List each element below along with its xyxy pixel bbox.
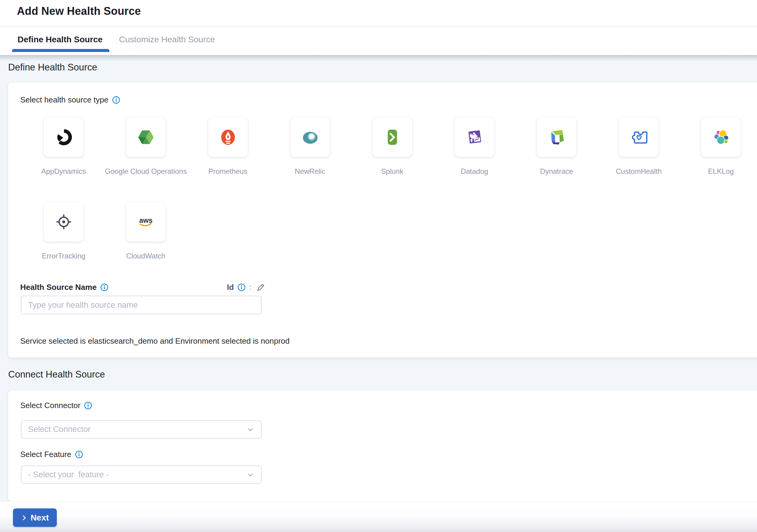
health-source-name-input[interactable] [21,296,261,314]
info-icon[interactable] [75,451,83,458]
define-section-heading: Define Health Source [8,62,97,73]
drawer-header: Add New Health Source [0,0,757,27]
chevron-down-icon [247,425,254,433]
edit-id-pencil-icon[interactable] [256,283,265,292]
source-type-label: Select health source type [20,95,108,105]
connector-select[interactable]: Select Connector [21,420,261,439]
source-tile-splunk[interactable]: Splunk [373,117,412,175]
source-tile-google-cloud-operations[interactable]: Google Cloud Operations [126,117,166,175]
id-label: Id [227,283,234,292]
info-icon[interactable] [237,283,246,291]
define-health-source-card: Select health source type AppDynamics [8,82,757,358]
source-tile-elklog[interactable]: ELKLog [701,117,741,175]
source-tile-customhealth[interactable]: CustomHealth [619,117,658,175]
chevron-right-icon [21,515,27,521]
health-source-name-label-row: Health Source Name [20,283,108,292]
tab-customize-health-source[interactable]: Customize Health Source [113,27,220,52]
connector-select-placeholder: Select Connector [21,425,247,434]
next-button-label: Next [31,513,49,523]
source-tile-cloudwatch[interactable]: aws CloudWatch [126,202,166,260]
source-tile-prometheus[interactable]: Prometheus [208,117,248,175]
info-icon[interactable] [100,283,108,291]
appdynamics-icon [53,126,75,148]
splunk-icon [381,126,403,148]
dynatrace-icon [546,126,568,148]
cloudwatch-aws-icon: aws [135,211,157,233]
drawer-footer: Next [0,501,757,532]
tabbar-shadow [0,55,757,61]
tab-bar: Define Health Source Customize Health So… [0,27,757,55]
info-icon[interactable] [112,96,120,104]
customhealth-icon [628,126,650,148]
connect-section-heading: Connect Health Source [8,369,105,380]
datadog-icon [464,126,485,148]
source-tile-datadog[interactable]: Datadog [455,117,494,175]
select-feature-label-row: Select Feature [20,450,83,459]
select-connector-label: Select Connector [20,401,80,410]
google-cloud-operations-icon [135,126,157,148]
source-type-label-row: Select health source type [20,95,120,105]
page-title: Add New Health Source [17,5,141,17]
tab-define-health-source[interactable]: Define Health Source [12,27,108,52]
select-feature-label: Select Feature [20,450,71,459]
source-tile-newrelic[interactable]: NewRelic [290,117,330,175]
chevron-down-icon [247,471,254,479]
add-health-source-drawer: Add New Health Source Define Health Sour… [0,0,757,532]
source-tile-errortracking[interactable]: ErrorTracking [44,202,83,260]
source-tile-appdynamics[interactable]: AppDynamics [44,117,83,175]
errortracking-icon [53,211,75,233]
source-type-row-2: ErrorTracking aws CloudWatch [44,202,166,260]
source-tile-dynatrace[interactable]: Dynatrace [537,117,576,175]
drawer-content: Define Health Source Select health sourc… [0,55,757,501]
newrelic-icon [299,126,321,148]
info-icon[interactable] [84,401,92,410]
select-connector-label-row: Select Connector [20,401,92,410]
health-source-name-label: Health Source Name [20,283,97,292]
service-environment-note: Service selected is elasticsearch_demo a… [20,336,290,346]
elklog-icon [710,126,732,148]
id-separator: : [249,283,251,292]
feature-select[interactable]: - Select your feature - [21,465,261,484]
feature-select-placeholder: - Select your feature - [21,470,247,480]
next-button[interactable]: Next [13,509,57,527]
source-type-row-1: AppDynamics Google Cloud Operations [44,117,741,175]
active-tab-underline [12,49,109,52]
prometheus-icon [217,126,239,148]
connect-health-source-card: Select Connector Select Connector Select… [8,391,757,501]
id-row: Id : [227,283,265,292]
